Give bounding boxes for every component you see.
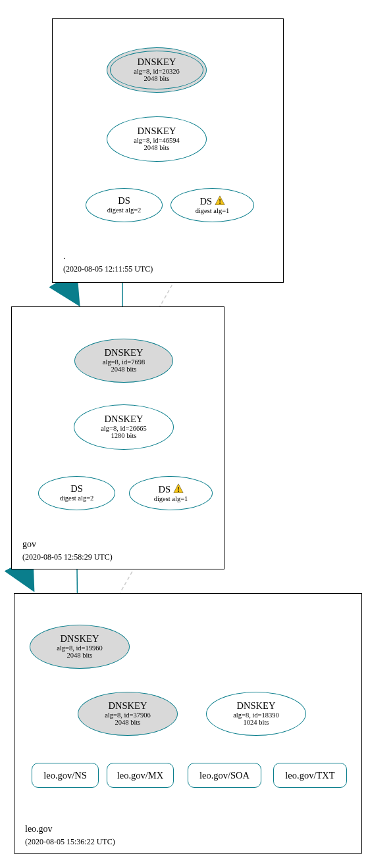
zone-root-timestamp: (2020-08-05 12:11:55 UTC) bbox=[63, 264, 153, 274]
zone-gov-timestamp: (2020-08-05 12:58:29 UTC) bbox=[22, 552, 113, 562]
node-title: DNSKEY bbox=[105, 414, 144, 425]
gov-ds-alg2: DS digest alg=2 bbox=[38, 476, 115, 510]
node-line3: 2048 bits bbox=[144, 144, 170, 152]
node-line3: 2048 bits bbox=[144, 75, 170, 83]
node-title: DNSKEY bbox=[105, 348, 144, 358]
node-line2: digest alg=2 bbox=[60, 494, 94, 502]
gov-dnskey-7698: DNSKEY alg=8, id=7698 2048 bits bbox=[74, 339, 173, 383]
zone-root-name: . bbox=[63, 251, 66, 262]
node-title: DNSKEY bbox=[138, 57, 176, 68]
node-line3: 2048 bits bbox=[111, 366, 137, 374]
leo-dnskey-37906: DNSKEY alg=8, id=37906 2048 bits bbox=[78, 692, 178, 736]
node-title: DS ! bbox=[158, 483, 183, 495]
ds-label: DS bbox=[158, 484, 171, 494]
node-title: DNSKEY bbox=[237, 701, 276, 711]
rr-ns: leo.gov/NS bbox=[32, 763, 99, 788]
node-line2: digest alg=2 bbox=[107, 206, 142, 214]
gov-ds-alg1: DS ! digest alg=1 bbox=[129, 476, 213, 510]
node-line2: alg=8, id=46594 bbox=[134, 137, 180, 145]
node-title: DNSKEY bbox=[138, 126, 176, 137]
warning-icon: ! bbox=[215, 195, 225, 206]
node-line2: alg=8, id=37906 bbox=[105, 711, 151, 719]
node-line2: digest alg=1 bbox=[196, 207, 230, 215]
leo-dnskey-18390: DNSKEY alg=8, id=18390 1024 bits bbox=[206, 692, 306, 736]
node-line2: alg=8, id=18390 bbox=[233, 711, 279, 719]
warning-icon: ! bbox=[173, 483, 184, 494]
node-title: DS ! bbox=[199, 195, 224, 207]
zone-leo-timestamp: (2020-08-05 15:36:22 UTC) bbox=[25, 837, 115, 847]
node-line3: 1024 bits bbox=[244, 719, 269, 727]
root-ds-alg2: DS digest alg=2 bbox=[86, 188, 163, 222]
node-line2: alg=8, id=26665 bbox=[101, 425, 147, 433]
node-line2: alg=8, id=19960 bbox=[57, 644, 103, 652]
node-line3: 1280 bits bbox=[111, 432, 137, 440]
leo-dnskey-19960: DNSKEY alg=8, id=19960 2048 bits bbox=[30, 625, 130, 669]
svg-text:!: ! bbox=[219, 198, 221, 205]
node-line3: 2048 bits bbox=[67, 652, 93, 660]
node-title: DS bbox=[118, 196, 130, 206]
node-line2: alg=8, id=7698 bbox=[103, 358, 145, 366]
zone-gov-name: gov bbox=[22, 539, 36, 550]
node-title: DNSKEY bbox=[61, 634, 99, 644]
node-line3: 2048 bits bbox=[115, 719, 141, 727]
node-line2: digest alg=1 bbox=[154, 495, 188, 503]
zone-leo-name: leo.gov bbox=[25, 824, 53, 834]
root-dnskey-20326: DNSKEY alg=8, id=20326 2048 bits bbox=[107, 47, 207, 93]
svg-text:!: ! bbox=[177, 486, 179, 493]
ds-label: DS bbox=[199, 196, 212, 206]
node-title: DS bbox=[70, 484, 83, 494]
rr-txt: leo.gov/TXT bbox=[273, 763, 347, 788]
root-dnskey-46594: DNSKEY alg=8, id=46594 2048 bits bbox=[107, 116, 207, 162]
rr-soa: leo.gov/SOA bbox=[188, 763, 261, 788]
root-ds-alg1: DS ! digest alg=1 bbox=[171, 188, 254, 222]
rr-mx: leo.gov/MX bbox=[107, 763, 174, 788]
gov-dnskey-26665: DNSKEY alg=8, id=26665 1280 bits bbox=[74, 404, 174, 450]
node-title: DNSKEY bbox=[109, 701, 147, 711]
node-line2: alg=8, id=20326 bbox=[134, 68, 180, 76]
